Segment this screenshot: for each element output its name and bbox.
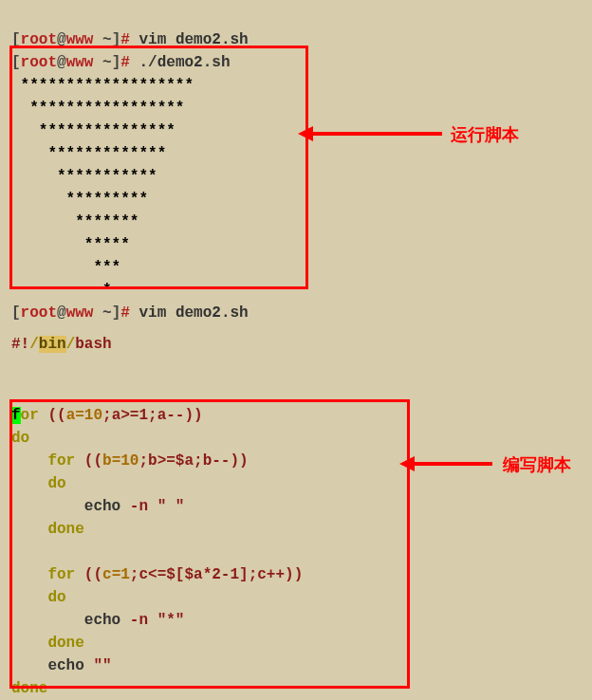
- arrow-icon-1: [309, 134, 442, 138]
- shebang-line: #!/bin/bash: [0, 336, 592, 353]
- label-run-script: 运行脚本: [451, 123, 519, 146]
- highlight-box-output: [9, 46, 308, 289]
- label-write-script: 编写脚本: [503, 453, 571, 476]
- prompt-line-3: [root@www ~]# vim demo2.sh: [11, 304, 249, 322]
- arrow-icon-2: [411, 464, 492, 468]
- highlight-box-code: [9, 399, 410, 689]
